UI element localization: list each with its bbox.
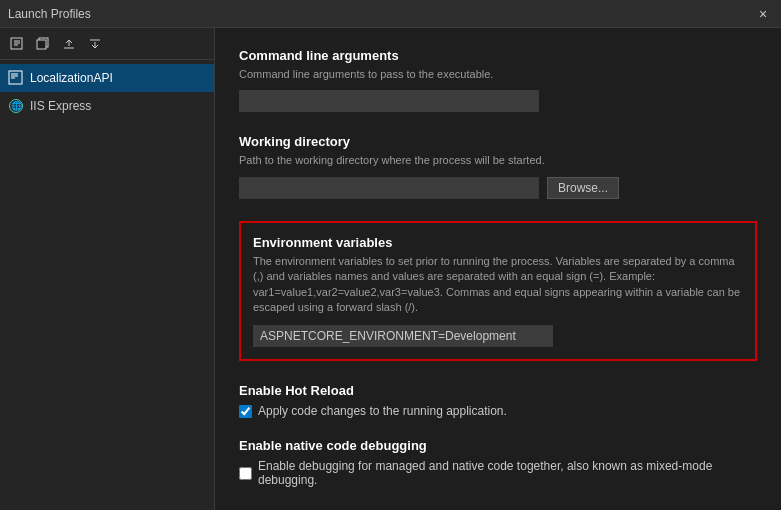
- close-button[interactable]: ×: [753, 4, 773, 24]
- title-bar: Launch Profiles ×: [0, 0, 781, 28]
- env-vars-title: Environment variables: [253, 235, 743, 250]
- native-debugging-label: Enable debugging for managed and native …: [258, 459, 757, 487]
- env-vars-input[interactable]: [253, 325, 553, 347]
- working-directory-input[interactable]: [239, 177, 539, 199]
- hot-reload-section: Enable Hot Reload Apply code changes to …: [239, 383, 757, 418]
- copy-profile-button[interactable]: [32, 33, 54, 55]
- native-debugging-row: Enable debugging for managed and native …: [239, 459, 757, 487]
- content-area: Command line arguments Command line argu…: [215, 28, 781, 510]
- native-debugging-checkbox[interactable]: [239, 467, 252, 480]
- native-debugging-section: Enable native code debugging Enable debu…: [239, 438, 757, 487]
- native-debugging-title: Enable native code debugging: [239, 438, 757, 453]
- command-line-section: Command line arguments Command line argu…: [239, 48, 757, 112]
- title-bar-left: Launch Profiles: [8, 7, 91, 21]
- hot-reload-title: Enable Hot Reload: [239, 383, 757, 398]
- environment-variables-section: Environment variables The environment va…: [239, 221, 757, 362]
- main-container: LocalizationAPI 🌐 IIS Express Command li…: [0, 28, 781, 510]
- sidebar-item-localization-api[interactable]: LocalizationAPI: [0, 64, 214, 92]
- working-directory-section: Working directory Path to the working di…: [239, 134, 757, 198]
- hot-reload-row: Apply code changes to the running applic…: [239, 404, 757, 418]
- browse-button[interactable]: Browse...: [547, 177, 619, 199]
- working-directory-title: Working directory: [239, 134, 757, 149]
- sidebar-item-iis-express[interactable]: 🌐 IIS Express: [0, 92, 214, 120]
- hot-reload-label: Apply code changes to the running applic…: [258, 404, 507, 418]
- working-directory-desc: Path to the working directory where the …: [239, 153, 757, 168]
- profile-list: LocalizationAPI 🌐 IIS Express: [0, 60, 214, 124]
- svg-rect-10: [9, 71, 22, 84]
- profile-label-iis-express: IIS Express: [30, 99, 91, 113]
- command-line-desc: Command line arguments to pass to the ex…: [239, 67, 757, 82]
- hot-reload-checkbox[interactable]: [239, 405, 252, 418]
- iis-icon: 🌐: [8, 98, 24, 114]
- working-directory-row: Browse...: [239, 177, 757, 199]
- command-line-input[interactable]: [239, 90, 539, 112]
- env-vars-desc: The environment variables to set prior t…: [253, 254, 743, 316]
- profile-label-localization-api: LocalizationAPI: [30, 71, 113, 85]
- toolbar: [0, 28, 214, 60]
- svg-rect-5: [37, 40, 46, 49]
- add-profile-button[interactable]: [6, 33, 28, 55]
- window-title: Launch Profiles: [8, 7, 91, 21]
- executable-icon: [8, 70, 24, 86]
- move-up-button[interactable]: [58, 33, 80, 55]
- move-down-button[interactable]: [84, 33, 106, 55]
- sidebar: LocalizationAPI 🌐 IIS Express: [0, 28, 215, 510]
- command-line-title: Command line arguments: [239, 48, 757, 63]
